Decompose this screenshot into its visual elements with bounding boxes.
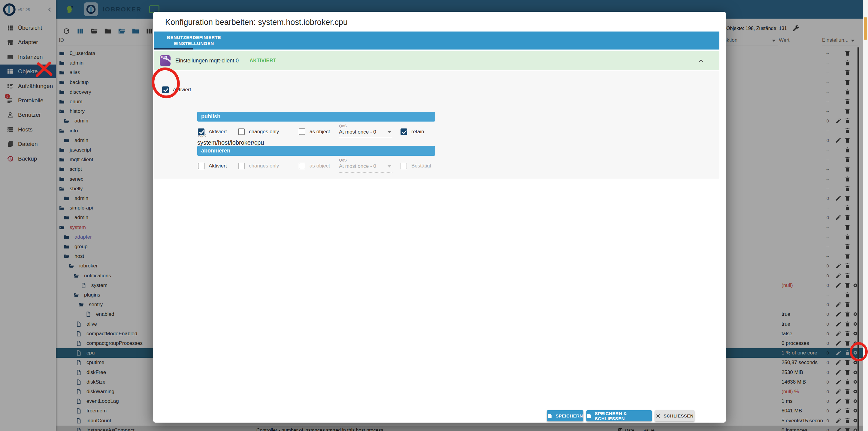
tab-indicator <box>154 48 193 49</box>
subscribe-row-option-bestätigt: Bestätigt <box>401 163 431 169</box>
subscribe-section-header: abonnieren <box>197 146 435 156</box>
publish-row-option-retain: retain <box>401 129 424 135</box>
qos-value: At most once - 0 <box>339 129 376 135</box>
save-button[interactable]: SPEICHERN <box>547 410 583 421</box>
close-icon <box>656 413 660 419</box>
checkbox[interactable] <box>198 163 205 169</box>
save-icon <box>586 413 592 419</box>
checkbox-label: as object <box>310 129 330 135</box>
dropdown-arrow-icon <box>388 131 391 133</box>
dropdown-arrow-icon <box>388 165 391 167</box>
dialog-title: Konfiguration bearbeiten: system.host.io… <box>165 18 348 27</box>
adapter-settings-title: Einstellungen mqtt-client.0 <box>175 58 239 64</box>
save-button-label: SPEICHERN <box>555 413 583 419</box>
publish-row-option-as-object: as object <box>299 129 330 135</box>
checkbox[interactable] <box>401 163 407 169</box>
save-and-close-button-label: SPEICHERN & SCHLIESSEN <box>595 411 652 421</box>
publish-row-option-changes-only: changes only <box>238 129 279 135</box>
edit-config-dialog: Konfiguration bearbeiten: system.host.io… <box>153 12 726 423</box>
subscribe-row-option-aktiviert: Aktiviert <box>198 163 227 169</box>
checkbox-label: Aktiviert <box>209 163 227 169</box>
publish-section-header: publish <box>197 112 435 122</box>
dialog-tab-bar: BENUTZERDEFINIERTE EINSTELLUNGEN <box>154 32 719 49</box>
checkbox-label: as object <box>310 163 330 169</box>
checkbox-label: retain <box>411 129 424 135</box>
checkbox-label: changes only <box>249 129 279 135</box>
checkbox-label: changes only <box>249 163 279 169</box>
page-scrollbar[interactable] <box>863 0 868 431</box>
save-and-close-button[interactable]: SPEICHERN & SCHLIESSEN <box>586 410 652 421</box>
tab-benutzerdefinierte-einstellungen[interactable]: BENUTZERDEFINIERTE EINSTELLUNGEN <box>154 32 234 49</box>
publish-row-option-aktiviert: Aktiviert <box>198 129 227 135</box>
checkbox-label: Bestätigt <box>411 163 431 169</box>
checkbox[interactable] <box>198 129 205 135</box>
tab-label-line1: BENUTZERDEFINIERTE <box>167 35 221 40</box>
status-badge: AKTIVIERT <box>249 58 276 63</box>
close-button[interactable]: SCHLIESSEN <box>655 410 694 421</box>
enable-custom-settings-row: Aktiviert <box>162 87 191 93</box>
mqtt-client-icon: client <box>160 55 170 66</box>
checkbox-label: Aktiviert <box>209 129 227 135</box>
adapter-settings-header[interactable]: client Einstellungen mqtt-client.0 AKTIV… <box>154 51 719 70</box>
checkbox[interactable] <box>238 129 245 135</box>
aktiviert-checkbox[interactable] <box>162 87 169 93</box>
custom-settings-form: Aktiviert Topic (ohne Präfix) publish Ak… <box>154 70 719 178</box>
close-button-label: SCHLIESSEN <box>663 413 693 419</box>
save-icon <box>547 413 553 419</box>
qos-label: QoS <box>339 124 347 128</box>
qos-label: QoS <box>339 158 347 162</box>
checkbox[interactable] <box>401 129 407 135</box>
subscribe-row-option-as-object: as object <box>299 163 330 169</box>
topic-input[interactable] <box>197 139 434 146</box>
checkbox[interactable] <box>299 163 305 169</box>
chevron-up-icon[interactable] <box>697 57 705 65</box>
aktiviert-label: Aktiviert <box>173 87 191 93</box>
page-scrollbar-thumb[interactable] <box>864 18 867 40</box>
tab-label-line2: EINSTELLUNGEN <box>174 40 214 46</box>
checkbox[interactable] <box>299 129 305 135</box>
subscribe-row-option-changes-only: changes only <box>238 163 279 169</box>
checkbox[interactable] <box>238 163 245 169</box>
qos-value: At most once - 0 <box>339 163 376 169</box>
